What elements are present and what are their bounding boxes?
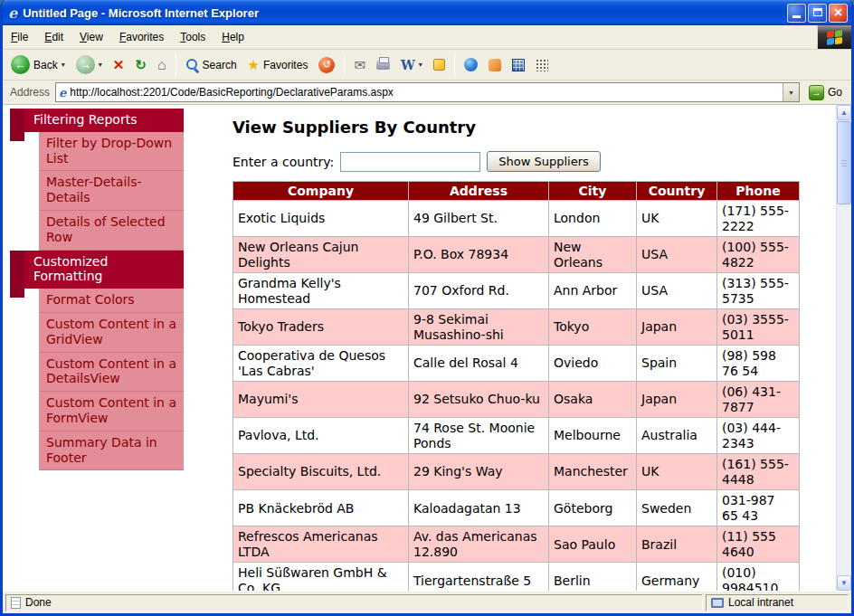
country-input[interactable]	[340, 152, 480, 172]
messenger-extension-button[interactable]	[508, 56, 529, 74]
zone-text: Local intranet	[728, 596, 793, 609]
sidebar-item[interactable]: Custom Content in a FormView	[39, 392, 184, 431]
supplier-cell: Av. das Americanas 12.890	[409, 526, 549, 563]
forward-dropdown-icon[interactable]: ▾	[99, 61, 102, 69]
supplier-cell: (313) 555-5735	[717, 273, 800, 309]
windows-logo-icon	[817, 25, 851, 49]
supplier-cell: New Orleans	[549, 237, 637, 273]
refresh-button[interactable]: ↻	[130, 54, 151, 76]
supplier-cell: Germany	[637, 563, 717, 591]
supplier-cell: Tokyo	[549, 309, 637, 346]
history-button[interactable]: ↺	[314, 54, 339, 76]
supplier-cell: Australia	[637, 418, 717, 454]
sidebar-item[interactable]: Filter by Drop-Down List	[39, 132, 184, 172]
research-extension-button[interactable]	[484, 56, 506, 74]
supplier-row: PB Knäckebröd ABKaloadagatan 13GöteborgS…	[233, 490, 800, 526]
supplier-cell: 49 Gilbert St.	[409, 201, 549, 237]
sidebar-item[interactable]: Format Colors	[39, 289, 184, 313]
supplier-cell: USA	[637, 273, 717, 309]
menu-tools[interactable]: Tools	[172, 25, 214, 49]
scrollbar-track[interactable]	[837, 205, 851, 575]
supplier-cell: London	[549, 201, 637, 237]
supplier-cell: USA	[637, 237, 717, 273]
back-dropdown-icon[interactable]: ▾	[62, 61, 65, 69]
address-url[interactable]: http://localhost:2201/Code/BasicReportin…	[70, 86, 783, 99]
home-button[interactable]: ⌂	[153, 54, 171, 76]
toolbar-separator	[176, 54, 176, 76]
menu-view[interactable]: View	[71, 25, 111, 49]
address-input[interactable]: e http://localhost:2201/Code/BasicReport…	[55, 82, 800, 102]
supplier-cell: Manchester	[549, 454, 637, 490]
maximize-icon	[813, 8, 822, 16]
supplier-cell: Spain	[637, 346, 717, 382]
mail-button[interactable]: ✉	[349, 54, 370, 76]
grid-extension-button[interactable]	[531, 56, 553, 74]
supplier-cell: Ann Arbor	[549, 273, 637, 309]
supplier-cell: Japan	[637, 382, 717, 418]
menu-help[interactable]: Help	[214, 25, 252, 49]
country-form: Enter a country: Show Suppliers	[232, 151, 836, 172]
supplier-row: Grandma Kelly's Homestead707 Oxford Rd.A…	[233, 273, 800, 309]
suppliers-body: Exotic Liquids49 Gilbert St.LondonUK(171…	[233, 201, 800, 592]
favorites-star-icon: ★	[248, 57, 260, 73]
status-text: Done	[25, 596, 52, 609]
edit-dropdown-icon[interactable]: ▾	[419, 61, 422, 69]
sidebar-item[interactable]: Custom Content in a GridView	[39, 313, 184, 353]
scroll-up-button[interactable]: ▲	[837, 105, 851, 120]
supplier-cell: (06) 431-7877	[717, 382, 800, 418]
vertical-scrollbar[interactable]: ▲ ▼	[836, 105, 851, 591]
supplier-cell: P.O. Box 78934	[409, 237, 549, 273]
supplier-row: Specialty Biscuits, Ltd.29 King's WayMan…	[233, 454, 800, 490]
go-icon: →	[809, 85, 824, 100]
menu-favorites[interactable]: Favorites	[111, 25, 172, 49]
supplier-cell: Kaloadagatan 13	[409, 490, 549, 526]
minimize-button[interactable]	[787, 4, 806, 23]
research-icon	[489, 59, 501, 71]
refresh-icon: ↻	[135, 57, 147, 73]
supplier-cell: Berlin	[549, 563, 637, 591]
globe-extension-button[interactable]	[460, 55, 482, 74]
print-button[interactable]	[372, 58, 394, 72]
toolbar: ← Back ▾ → ▾ ✕ ↻ ⌂ Search ★ Favorites ↺	[3, 50, 851, 81]
menu-file[interactable]: File	[3, 25, 36, 49]
back-button[interactable]: ← Back ▾	[6, 52, 70, 77]
back-label: Back	[33, 59, 58, 71]
toolbar-separator	[454, 54, 455, 76]
menu-bar-items: FileEditViewFavoritesToolsHelp	[3, 25, 817, 49]
supplier-cell: Heli Süßwaren GmbH & Co. KG	[233, 563, 409, 591]
back-icon: ←	[11, 55, 30, 74]
address-dropdown-button[interactable]: ▾	[783, 83, 799, 101]
forward-icon: →	[76, 55, 95, 74]
search-button[interactable]: Search	[181, 55, 242, 74]
discuss-button[interactable]	[429, 56, 450, 73]
sidebar-item[interactable]: Master-Details-Details	[39, 171, 184, 211]
search-label: Search	[203, 59, 237, 71]
stop-button[interactable]: ✕	[109, 54, 129, 76]
forward-button[interactable]: → ▾	[71, 52, 107, 77]
column-header-country: Country	[637, 182, 717, 201]
sidebar-item[interactable]: Details of Selected Row	[39, 211, 184, 251]
favorites-button[interactable]: ★ Favorites	[243, 54, 313, 76]
maximize-button[interactable]	[808, 4, 827, 23]
edit-button[interactable]: W ▾	[396, 55, 427, 75]
show-suppliers-button[interactable]: Show Suppliers	[487, 151, 601, 172]
title-bar[interactable]: e Untitled Page - Microsoft Internet Exp…	[3, 0, 851, 25]
menu-edit[interactable]: Edit	[36, 25, 71, 49]
status-left-panel: Done	[5, 594, 703, 611]
supplier-cell: Göteborg	[549, 490, 637, 526]
supplier-row: New Orleans Cajun DelightsP.O. Box 78934…	[233, 237, 800, 273]
supplier-cell: Japan	[637, 309, 717, 346]
sidebar-item[interactable]: Custom Content in a DetailsView	[39, 353, 184, 393]
sidebar-section-header[interactable]: Customized Formatting	[24, 251, 184, 289]
window-title: Untitled Page - Microsoft Internet Explo…	[23, 6, 787, 20]
close-button[interactable]: ✕	[829, 4, 848, 23]
scrollbar-thumb[interactable]	[837, 121, 851, 204]
go-button[interactable]: → Go	[805, 85, 846, 100]
supplier-cell: Cooperativa de Quesos 'Las Cabras'	[233, 346, 409, 382]
sidebar-section-header[interactable]: Filtering Reports	[24, 109, 184, 132]
window-controls: ✕	[787, 4, 848, 23]
column-header-address: Address	[409, 182, 549, 201]
scroll-down-button[interactable]: ▼	[837, 575, 851, 591]
go-label: Go	[828, 86, 842, 99]
sidebar-item[interactable]: Summary Data in Footer	[39, 431, 184, 471]
